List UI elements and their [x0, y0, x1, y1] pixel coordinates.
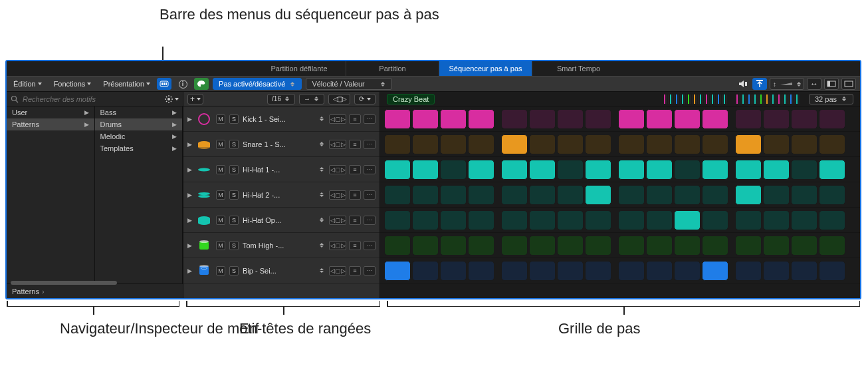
- step-cell[interactable]: [791, 261, 817, 281]
- step-cell[interactable]: [384, 210, 411, 230]
- row-header[interactable]: ▶MSHi-Hat 2 -...◁▢▷≡⋯: [183, 182, 380, 208]
- step-cell[interactable]: [557, 236, 584, 256]
- row-header[interactable]: ▶MSKick 1 - Sei...◁▢▷≡⋯: [183, 106, 380, 132]
- step-cell[interactable]: [557, 210, 584, 230]
- pattern-region-name[interactable]: Crazy Beat: [387, 94, 435, 104]
- step-cell[interactable]: [412, 109, 439, 129]
- step-cell[interactable]: [819, 185, 845, 205]
- step-cell[interactable]: [674, 134, 701, 154]
- mute-button[interactable]: M: [216, 266, 225, 276]
- tie-mode-selector[interactable]: ◁▢▷: [328, 94, 350, 104]
- value-mode-selector[interactable]: Vélocité / Valeur: [306, 78, 392, 90]
- menu-présentation[interactable]: Présentation: [100, 80, 153, 88]
- browser-item[interactable]: Templates▶: [95, 142, 183, 154]
- step-cell[interactable]: [468, 210, 494, 230]
- step-cell[interactable]: [791, 160, 817, 180]
- row-header[interactable]: ▶MSHi-Hat 1 -...◁▢▷≡⋯: [183, 157, 380, 182]
- step-cell[interactable]: [585, 210, 611, 230]
- disclosure-triangle-icon[interactable]: ▶: [187, 268, 192, 274]
- subrow-tie-icon[interactable]: ◁▢▷: [329, 140, 346, 149]
- step-cell[interactable]: [646, 134, 673, 154]
- mute-button[interactable]: M: [216, 140, 225, 149]
- step-cell[interactable]: [674, 185, 701, 205]
- subrow-more-icon[interactable]: ⋯: [364, 241, 376, 250]
- step-cell[interactable]: [702, 210, 728, 230]
- mute-button[interactable]: M: [216, 165, 225, 174]
- step-cell[interactable]: [557, 185, 584, 205]
- step-cell[interactable]: [412, 185, 439, 205]
- step-cell[interactable]: [440, 134, 467, 154]
- link-icon[interactable]: ↔: [807, 78, 821, 90]
- browser-item[interactable]: User▶: [7, 106, 94, 118]
- step-cell[interactable]: [763, 160, 790, 180]
- step-cell[interactable]: [618, 261, 645, 281]
- step-cell[interactable]: [384, 261, 411, 281]
- step-cell[interactable]: [735, 261, 762, 281]
- browser-item[interactable]: Drums▶: [95, 118, 183, 130]
- step-cell[interactable]: [557, 261, 584, 281]
- info-icon[interactable]: i: [175, 78, 190, 90]
- zoom-vertical-control[interactable]: ↕: [770, 78, 804, 90]
- step-cell[interactable]: [468, 160, 494, 180]
- solo-button[interactable]: S: [229, 216, 239, 225]
- solo-button[interactable]: S: [229, 165, 239, 174]
- step-cell[interactable]: [468, 109, 494, 129]
- step-cell[interactable]: [735, 185, 762, 205]
- step-cell[interactable]: [468, 185, 494, 205]
- step-cell[interactable]: [618, 210, 645, 230]
- step-cell[interactable]: [618, 160, 645, 180]
- step-cell[interactable]: [384, 185, 411, 205]
- solo-button[interactable]: S: [229, 114, 239, 124]
- chevron-updown-icon[interactable]: [318, 218, 325, 222]
- disclosure-triangle-icon[interactable]: ▶: [187, 217, 192, 224]
- playback-mode-selector[interactable]: →: [299, 94, 324, 104]
- step-cell[interactable]: [412, 236, 439, 256]
- tab-2[interactable]: Séquenceur pas à pas: [439, 61, 532, 76]
- step-cell[interactable]: [735, 210, 762, 230]
- step-cell[interactable]: [557, 109, 584, 129]
- subrow-tie-icon[interactable]: ◁▢▷: [329, 241, 346, 250]
- subrow-more-icon[interactable]: ⋯: [364, 165, 376, 174]
- step-cell[interactable]: [819, 210, 845, 230]
- step-cell[interactable]: [529, 109, 556, 129]
- mute-button[interactable]: M: [216, 241, 225, 250]
- step-cell[interactable]: [618, 109, 645, 129]
- disclosure-triangle-icon[interactable]: ▶: [187, 242, 192, 249]
- step-cell[interactable]: [819, 160, 845, 180]
- subrow-menu-icon[interactable]: ≡: [349, 241, 361, 250]
- step-cell[interactable]: [763, 134, 790, 154]
- step-cell[interactable]: [384, 134, 411, 154]
- row-header[interactable]: ▶MSHi-Hat Op...◁▢▷≡⋯: [183, 208, 380, 233]
- subrow-menu-icon[interactable]: ≡: [349, 216, 361, 225]
- chevron-updown-icon[interactable]: [318, 268, 325, 273]
- tab-3[interactable]: Smart Tempo: [532, 61, 625, 76]
- step-cell[interactable]: [791, 109, 817, 129]
- step-cell[interactable]: [618, 134, 645, 154]
- step-cell[interactable]: [763, 185, 790, 205]
- step-cell[interactable]: [674, 109, 701, 129]
- browser-item[interactable]: Bass▶: [95, 106, 183, 118]
- step-cell[interactable]: [529, 210, 556, 230]
- step-cell[interactable]: [440, 160, 467, 180]
- subrow-tie-icon[interactable]: ◁▢▷: [329, 190, 346, 200]
- solo-button[interactable]: S: [229, 190, 239, 200]
- step-cell[interactable]: [735, 134, 762, 154]
- step-cell[interactable]: [468, 236, 494, 256]
- step-cell[interactable]: [468, 134, 494, 154]
- menu-fonctions[interactable]: Fonctions: [51, 80, 94, 88]
- step-cell[interactable]: [819, 109, 845, 129]
- step-cell[interactable]: [384, 160, 411, 180]
- step-cell[interactable]: [585, 134, 611, 154]
- subrow-tie-icon[interactable]: ◁▢▷: [329, 266, 346, 276]
- row-header[interactable]: ▶MSTom High -...◁▢▷≡⋯: [183, 233, 380, 258]
- step-cell[interactable]: [763, 236, 790, 256]
- loop-mode-selector[interactable]: ⟳: [354, 94, 376, 104]
- step-cell[interactable]: [618, 185, 645, 205]
- step-cell[interactable]: [557, 134, 584, 154]
- disclosure-triangle-icon[interactable]: ▶: [187, 166, 192, 173]
- preview-sound-icon[interactable]: [736, 78, 750, 90]
- subrow-tie-icon[interactable]: ◁▢▷: [329, 114, 346, 124]
- scroll-thumb[interactable]: [11, 281, 117, 285]
- step-cell[interactable]: [819, 236, 845, 256]
- step-cell[interactable]: [529, 185, 556, 205]
